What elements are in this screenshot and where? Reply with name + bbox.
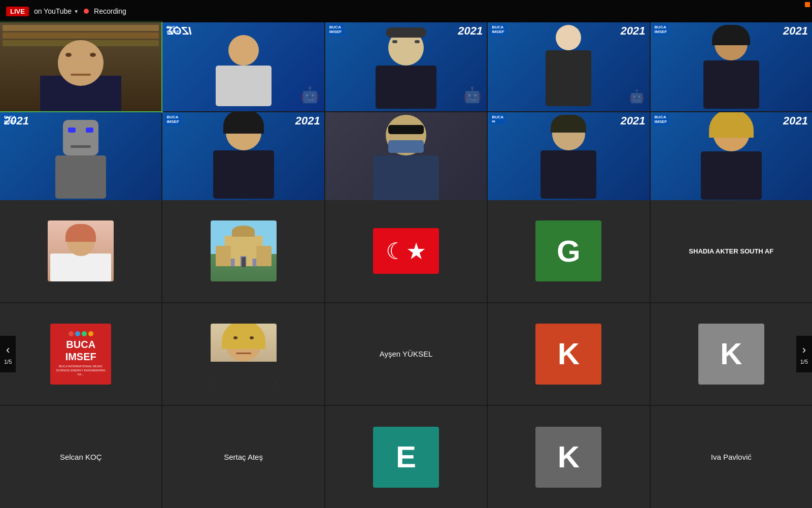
corner-dot	[805, 2, 810, 7]
top-bar: LIVE on YouTube ▼ Recording	[0, 0, 812, 22]
selcan-name: Selcan KOÇ	[60, 453, 102, 461]
live-badge: LIVE	[6, 7, 29, 16]
letter-k-orange: K	[535, 324, 601, 385]
participant-cell-g[interactable]: G	[488, 200, 649, 302]
video-cell-2-4: BUCA IM 2021	[488, 112, 649, 201]
participant-cell-shadia[interactable]: SHADIA AKTER SOUTH AF	[651, 200, 812, 302]
year-v1-5: 2021	[783, 24, 808, 38]
year-v2-4: 2021	[621, 114, 646, 128]
youtube-text: on YouTube	[34, 7, 72, 15]
participant-grid: ☾★ G SHADIA AKTER SOUTH AF BUCAIMS	[0, 200, 812, 508]
participant-cell-k-orange[interactable]: K	[488, 303, 649, 405]
page-left-text: 1/5	[4, 359, 12, 365]
page-right-text: 1/5	[800, 359, 808, 365]
letter-e: E	[373, 427, 439, 488]
participant-avatar-k-dark: K	[535, 427, 601, 488]
year-v1-3: 2021	[458, 24, 483, 38]
participant-cell-selcan-koc[interactable]: Selcan KOÇ	[0, 406, 161, 508]
video-cell-1-5: BUCA IMSEF 2021	[651, 22, 812, 111]
building-image	[211, 220, 277, 281]
nav-arrow-right[interactable]: › 1/5	[796, 336, 812, 372]
participant-avatar-e: E	[373, 427, 439, 488]
video-cell-1-4: BUCA IMSEF 2021 🤖	[488, 22, 649, 111]
crescent-star-symbol: ☾★	[386, 238, 426, 265]
turkish-flag-image: ☾★	[373, 228, 439, 274]
letter-g: G	[535, 220, 601, 281]
iva-name: Iva Pavlović	[711, 453, 752, 461]
participant-cell-buca-logo[interactable]: BUCAIMSEF BUCA INTERNATIONAL MUSICSCIENC…	[0, 303, 161, 405]
year-v1-2: ΙΖΟΣ	[166, 24, 192, 38]
video-cell-2-1: BUCA IMSEF 2021	[0, 112, 161, 201]
participant-cell-e[interactable]: E	[325, 406, 487, 508]
aysen-name: Ayşen YÜKSEL	[380, 350, 433, 358]
letter-k-dark: K	[535, 427, 601, 488]
participant-cell-aysen[interactable]: Ayşen YÜKSEL	[325, 303, 487, 405]
recording-label: Recording	[94, 7, 126, 15]
letter-k-gray: K	[698, 324, 764, 385]
video-section: BUCA IMSEF ΙΖΟΣ 🤖 BUCA IMSEF	[0, 22, 812, 200]
youtube-dropdown-arrow[interactable]: ▼	[74, 9, 79, 14]
participant-avatar-selcan-preview	[48, 220, 114, 281]
participant-cell-iva[interactable]: Iva Pavlović	[651, 406, 812, 508]
participant-avatar-k-gray: K	[698, 324, 764, 385]
participant-cell-blonde-woman[interactable]	[162, 303, 324, 405]
youtube-label[interactable]: on YouTube ▼	[34, 7, 79, 15]
participant-cell-selcan-preview[interactable]	[0, 200, 161, 302]
participant-avatar-k-orange: K	[535, 324, 601, 385]
participant-cell-building[interactable]	[162, 200, 324, 302]
blonde-woman-photo	[211, 324, 277, 385]
video-cell-1-2: BUCA IMSEF ΙΖΟΣ 🤖	[162, 22, 324, 111]
participant-cell-k-gray[interactable]: K	[651, 303, 812, 405]
nav-arrow-left[interactable]: ‹ 1/5	[0, 336, 16, 372]
year-v1-4: 2021	[621, 24, 646, 38]
video-cell-2-3	[325, 112, 487, 201]
buca-logo-image: BUCAIMSEF BUCA INTERNATIONAL MUSICSCIENC…	[50, 324, 111, 385]
year-v2-5: 2021	[783, 114, 808, 128]
video-cell-2-5: BUCA IMSEF 2021	[651, 112, 812, 201]
participant-avatar-g: G	[535, 220, 601, 281]
video-cell-1-1	[0, 22, 161, 111]
video-cell-2-2: BUCA IMSEF 2021	[162, 112, 324, 201]
left-arrow-icon: ‹	[6, 343, 10, 356]
shadia-name-text: SHADIA AKTER SOUTH AF	[684, 247, 779, 255]
sertac-name: Sertaç Ateş	[224, 453, 263, 461]
participant-cell-sertac-ates[interactable]: Sertaç Ateş	[162, 406, 324, 508]
right-arrow-icon: ›	[802, 343, 806, 356]
year-v2-2: 2021	[295, 114, 320, 128]
participant-section: ‹ 1/5 › 1/5	[0, 200, 812, 508]
video-grid: BUCA IMSEF ΙΖΟΣ 🤖 BUCA IMSEF	[0, 22, 812, 200]
recording-dot	[84, 9, 89, 14]
year-v2-1: 2021	[4, 114, 29, 128]
participant-cell-k-dark[interactable]: K	[488, 406, 649, 508]
video-cell-1-3: BUCA IMSEF 2021 🤖	[325, 22, 487, 111]
participant-cell-turkish-flag[interactable]: ☾★	[325, 200, 487, 302]
